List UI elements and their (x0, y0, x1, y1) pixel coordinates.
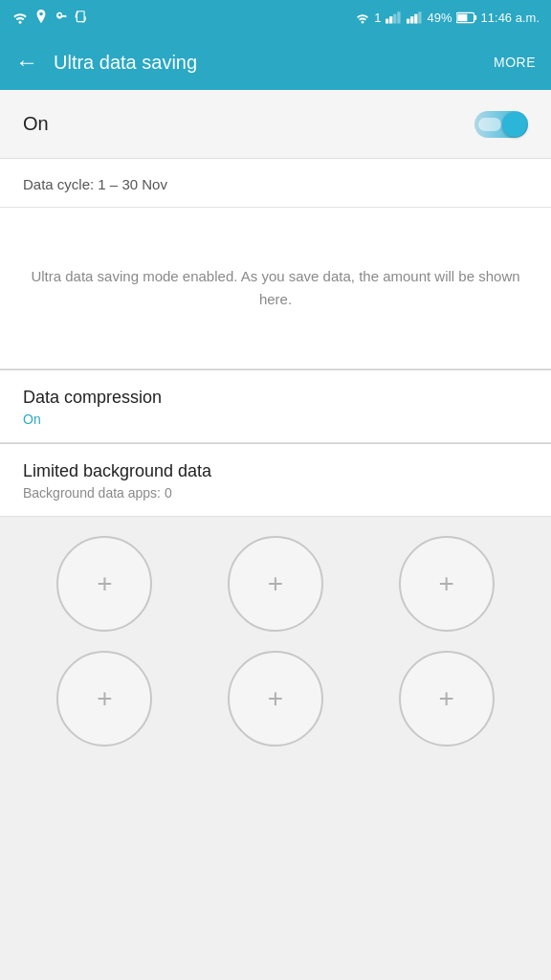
svg-rect-8 (410, 16, 413, 23)
time-display: 11:46 a.m. (481, 11, 540, 25)
svg-rect-5 (393, 14, 396, 24)
toggle-row[interactable]: On (0, 90, 551, 159)
svg-rect-4 (389, 16, 392, 23)
location-icon (34, 10, 48, 25)
more-button[interactable]: MORE (494, 55, 536, 70)
status-bar-right-icons: 1 49% 11:46 a.m. (355, 11, 540, 25)
svg-rect-13 (457, 13, 467, 21)
battery-icon (456, 11, 477, 24)
add-app-slot-5[interactable]: + (228, 651, 323, 746)
data-compression-section[interactable]: Data compression On (0, 370, 551, 443)
add-app-slot-3[interactable]: + (399, 536, 495, 632)
svg-rect-3 (386, 19, 388, 24)
svg-rect-7 (407, 19, 409, 24)
svg-rect-12 (474, 14, 476, 19)
add-app-slot-1[interactable]: + (56, 536, 152, 632)
info-message-text: Ultra data saving mode enabled. As you s… (29, 265, 522, 311)
add-icon-3: + (438, 570, 453, 597)
limited-background-section: Limited background data Background data … (0, 444, 551, 517)
status-bar-left-icons (11, 10, 88, 25)
svg-rect-9 (414, 14, 417, 24)
notification-badge: 1 (374, 11, 381, 25)
toggle-knob (502, 112, 527, 137)
signal-bars-2-icon (407, 11, 424, 24)
data-cycle-row: Data cycle: 1 – 30 Nov (0, 159, 551, 208)
add-icon-4: + (97, 685, 112, 712)
data-compression-title: Data compression (23, 388, 528, 408)
toggle-track (478, 118, 501, 131)
limited-background-title: Limited background data (23, 461, 528, 481)
wifi-icon (11, 11, 29, 24)
screen-rotate-icon (75, 11, 88, 24)
add-app-slot-6[interactable]: + (399, 651, 495, 746)
add-icon-1: + (97, 570, 112, 597)
add-icon-5: + (268, 685, 283, 712)
add-icon-2: + (268, 570, 283, 597)
key-icon (54, 11, 69, 24)
back-button[interactable]: ← (15, 49, 38, 76)
add-icon-6: + (438, 685, 453, 712)
background-data-apps-count: Background data apps: 0 (23, 485, 528, 501)
data-compression-status: On (23, 412, 528, 427)
wifi-icon-right (355, 11, 370, 24)
page-title: Ultra data saving (54, 52, 494, 74)
info-message-section: Ultra data saving mode enabled. As you s… (0, 208, 551, 369)
ultra-data-saving-toggle[interactable] (474, 111, 528, 138)
signal-bars-icon (386, 11, 403, 24)
svg-point-2 (362, 20, 364, 23)
data-cycle-text: Data cycle: 1 – 30 Nov (23, 176, 167, 192)
svg-rect-6 (397, 11, 400, 23)
status-bar: 1 49% 11:46 a.m. (0, 0, 551, 34)
svg-point-0 (19, 21, 22, 24)
add-app-slot-2[interactable]: + (228, 536, 323, 632)
app-bar: ← Ultra data saving MORE (0, 34, 551, 90)
app-grid: + + + + + + (29, 536, 522, 746)
svg-rect-10 (418, 11, 421, 23)
battery-percent: 49% (428, 11, 452, 25)
toggle-label: On (23, 113, 49, 135)
add-app-slot-4[interactable]: + (56, 651, 152, 746)
app-grid-section: + + + + + + (0, 517, 551, 775)
